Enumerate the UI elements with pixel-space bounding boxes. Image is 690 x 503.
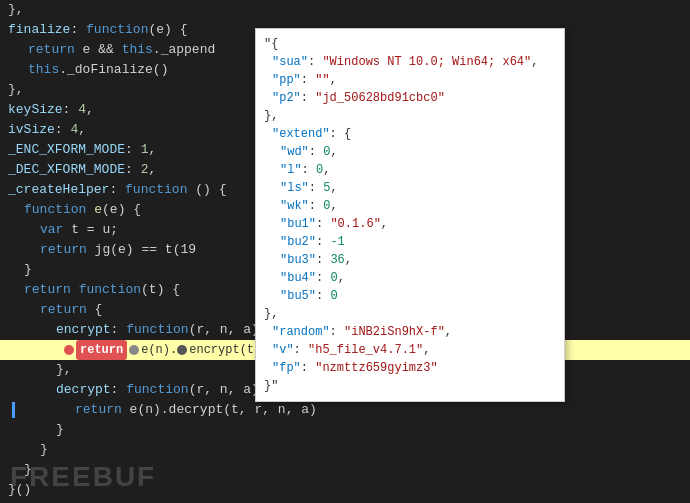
debug-dot-2 <box>177 345 187 355</box>
code-line: } <box>0 460 690 480</box>
code-line: } <box>0 440 690 460</box>
tooltip-line: }, <box>264 305 556 323</box>
tooltip-line: "{ <box>264 35 556 53</box>
tooltip-line: "l": 0, <box>264 161 556 179</box>
debug-tooltip: "{ "sua": "Windows NT 10.0; Win64; x64",… <box>255 28 565 402</box>
tooltip-line: "p2": "jd_50628bd91cbc0" <box>264 89 556 107</box>
tooltip-line: "extend": { <box>264 125 556 143</box>
code-editor: }, finalize: function(e) { return e && t… <box>0 0 690 503</box>
tooltip-line: "fp": "nzmttz659gyimz3" <box>264 359 556 377</box>
tooltip-line: "sua": "Windows NT 10.0; Win64; x64", <box>264 53 556 71</box>
tooltip-line: "bu1": "0.1.6", <box>264 215 556 233</box>
code-line: } <box>0 420 690 440</box>
tooltip-line: "bu2": -1 <box>264 233 556 251</box>
tooltip-line: "wd": 0, <box>264 143 556 161</box>
code-line: }, <box>0 0 690 20</box>
code-line: }() <box>0 480 690 500</box>
return-badge: return <box>76 340 127 360</box>
tooltip-line: "pp": "", <box>264 71 556 89</box>
tooltip-line: "bu3": 36, <box>264 251 556 269</box>
tooltip-line: }" <box>264 377 556 395</box>
tooltip-line: "bu4": 0, <box>264 269 556 287</box>
tooltip-line: "bu5": 0 <box>264 287 556 305</box>
debug-dot-1 <box>129 345 139 355</box>
tooltip-line: }, <box>264 107 556 125</box>
tooltip-line: "v": "h5_file_v4.7.1", <box>264 341 556 359</box>
code-line: return e(n).decrypt(t, r, n, a) <box>0 400 690 420</box>
tooltip-line: "ls": 5, <box>264 179 556 197</box>
breakpoint-dot <box>64 345 74 355</box>
tooltip-line: "random": "iNB2iSn9hX-f", <box>264 323 556 341</box>
tooltip-line: "wk": 0, <box>264 197 556 215</box>
